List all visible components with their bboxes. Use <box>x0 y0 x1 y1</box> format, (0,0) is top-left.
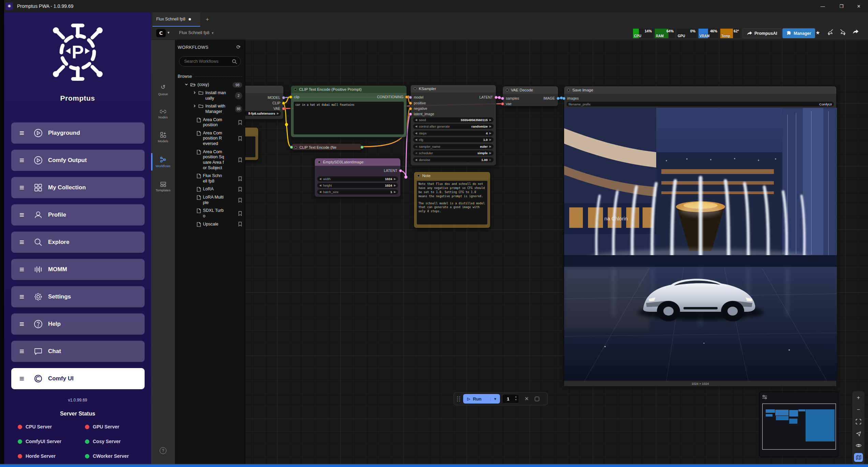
widget-scheduler[interactable]: ◀scheduler simple▶ <box>413 150 494 156</box>
output-latent[interactable]: LATENT <box>384 169 402 173</box>
output-clip[interactable]: CLIP <box>273 101 285 105</box>
run-options-chevron-icon[interactable]: ▼ <box>490 397 497 401</box>
input-model[interactable]: model <box>409 95 424 99</box>
tree-folder-install-manually[interactable]: Install manually 2 <box>190 89 245 102</box>
stop-button[interactable] <box>535 397 539 401</box>
widget-height[interactable]: ◀height 1024▶ <box>317 183 398 188</box>
bookmark-icon[interactable] <box>238 211 242 216</box>
node-clip-negative-collapsed[interactable]: CLIP Text Encode (Ne <box>291 143 363 150</box>
bookmark-icon[interactable] <box>238 120 242 125</box>
sidebar-item-comfy-output[interactable]: ≡ Comfy Output <box>11 150 145 171</box>
input-clip[interactable]: clip <box>289 95 299 99</box>
batch-count-input[interactable]: 1 ▲▼ <box>502 394 519 404</box>
widget-filename-prefix[interactable]: filename_prefix ComfyUI <box>567 102 834 106</box>
node-save-image[interactable]: Save Image images filename_prefix ComfyU… <box>564 86 837 386</box>
input-positive[interactable]: positive <box>409 101 426 105</box>
search-input[interactable] <box>184 59 232 64</box>
rail-item-workflows[interactable]: Workflows <box>151 157 175 168</box>
minimap[interactable] <box>759 392 838 457</box>
workflow-search[interactable] <box>179 56 241 67</box>
vacuum-clean-alt-icon[interactable] <box>840 29 846 36</box>
refresh-icon[interactable]: ⟳ <box>236 44 241 50</box>
input-vae[interactable]: vae <box>501 102 512 106</box>
sidebar-item-comfy-ui[interactable]: ≡ Comfy UI <box>11 368 145 389</box>
tree-folder-cosy[interactable]: (cosy) 98 <box>182 81 245 89</box>
sidebar-item-my-collection[interactable]: ≡ My Collection <box>11 177 145 198</box>
tree-file-flux-schnell-fp8[interactable]: Flux Schnell fp8 <box>194 172 245 185</box>
sidebar-item-chat[interactable]: ≡ Chat <box>11 341 145 362</box>
widget-control-after-generate[interactable]: ◀control after generate randomize▶ <box>413 124 494 129</box>
forward-share-icon[interactable] <box>853 29 858 35</box>
select-mode-button[interactable] <box>854 429 863 438</box>
prompt-textarea[interactable]: car in a hat at dubai mall fountains <box>294 102 404 134</box>
note-text[interactable]: Note that Flux dev and schnell do not ha… <box>417 181 487 224</box>
bookmark-icon[interactable] <box>238 136 242 141</box>
widget-width[interactable]: ◀width 1024▶ <box>317 176 398 181</box>
tree-file-area-composition-reversed[interactable]: Area Composition Reversed <box>194 129 245 148</box>
node-clip-positive[interactable]: CLIP Text Encode (Positive Prompt) clip … <box>291 85 407 137</box>
sidebar-item-explore[interactable]: ≡ Explore <box>11 232 145 253</box>
bookmark-icon[interactable] <box>238 158 242 162</box>
maximize-button[interactable]: ❐ <box>834 0 849 12</box>
fit-view-button[interactable] <box>854 417 863 426</box>
input-latent-image[interactable]: latent_image <box>409 112 434 116</box>
tree-file-lora[interactable]: LoRA <box>194 185 245 193</box>
minimap-settings-icon[interactable] <box>762 395 767 399</box>
bookmark-icon[interactable] <box>238 187 242 192</box>
output-latent[interactable]: LATENT <box>480 95 498 99</box>
output-model[interactable]: MODEL <box>268 96 285 100</box>
tree-folder-install-with-manager[interactable]: Install with Manager 88 <box>190 102 245 116</box>
bookmark-icon[interactable] <box>238 222 242 227</box>
new-tab-button[interactable]: + <box>203 15 212 24</box>
favorites-star-icon[interactable]: ★ <box>815 30 820 36</box>
manager-button[interactable]: Manager <box>782 28 815 38</box>
sidebar-item-playground[interactable]: ≡ Playground <box>11 122 145 144</box>
widget-seed[interactable]: ◀seed 555549563560115▶ <box>413 117 494 122</box>
node-ksampler[interactable]: KSampler model positive negative latent_… <box>410 85 496 166</box>
zoom-in-button[interactable]: + <box>854 393 863 402</box>
tab-flux-schnell-fp8[interactable]: Flux Schnell fp8 <box>152 12 200 27</box>
workflow-title[interactable]: Flux Schnell fp8▼ <box>179 30 214 35</box>
sidebar-item-settings[interactable]: ≡ Settings <box>11 286 145 307</box>
rail-item-templates[interactable]: Templates <box>151 182 175 192</box>
tree-file-sdxl-turbo[interactable]: SDXL Turbo <box>194 207 245 220</box>
tree-file-upscale[interactable]: Upscale <box>194 220 245 229</box>
node-empty-latent[interactable]: EmptySD3LatentImage LATENT ◀width 1024▶ … <box>314 158 401 197</box>
output-image[interactable]: IMAGE <box>543 96 560 100</box>
clear-queue-button[interactable]: ✕ <box>525 396 529 402</box>
input-negative[interactable]: negative <box>409 106 427 111</box>
minimize-button[interactable]: — <box>815 0 830 12</box>
rail-item-queue[interactable]: ↺ Queue <box>151 84 175 96</box>
output-conditioning[interactable]: CONDITIONING <box>377 95 408 99</box>
close-button[interactable]: ✕ <box>851 0 867 12</box>
count-steppers[interactable]: ▲▼ <box>515 395 517 401</box>
sidebar-item-help[interactable]: ≡ Help <box>11 313 145 335</box>
widget-sampler-name[interactable]: ◀sampler_name euler▶ <box>413 144 494 149</box>
output-vae[interactable]: VAE <box>274 106 285 111</box>
node-vae-decode[interactable]: VAE Decode samples vae IMAGE <box>502 86 558 106</box>
widget-batch-size[interactable]: ◀batch_size 1▶ <box>317 189 398 194</box>
widget-denoise[interactable]: ◀denoise 1.00▶ <box>413 157 494 162</box>
bookmark-icon[interactable] <box>238 176 242 181</box>
node-note[interactable]: Note Note that Flux dev and schnell do n… <box>414 172 490 228</box>
sidebar-item-momm[interactable]: ≡ MOMM <box>11 259 145 280</box>
help-button[interactable]: ? <box>151 447 175 454</box>
vacuum-clean-icon[interactable] <box>827 29 834 36</box>
tree-file-area-composition[interactable]: Area Composition <box>194 116 245 129</box>
widget-steps[interactable]: ◀steps 4▶ <box>413 131 494 136</box>
zoom-out-button[interactable]: − <box>854 405 863 414</box>
widget-cfg[interactable]: ◀cfg 1.0▶ <box>413 137 494 142</box>
tree-file-lora-multiple[interactable]: LoRA Multiple <box>194 193 245 207</box>
rail-item-nodes[interactable]: Nodes <box>151 109 175 119</box>
link-visibility-button[interactable] <box>854 441 863 450</box>
run-button[interactable]: ▷ Run ▼ <box>463 394 500 404</box>
input-samples[interactable]: samples <box>501 96 519 100</box>
minimap-toggle-button[interactable] <box>854 453 863 462</box>
minimap-viewport[interactable] <box>762 404 836 450</box>
rail-item-models[interactable]: Models <box>151 132 175 143</box>
sidebar-item-profile[interactable]: ≡ Profile <box>11 204 145 225</box>
tree-file-area-composition-square[interactable]: Area Composition Square Area for Subject <box>194 148 245 172</box>
prompusai-button[interactable]: PrompusAI <box>742 28 782 38</box>
run-control-bar[interactable]: ▷ Run ▼ 1 ▲▼ ✕ <box>454 392 548 405</box>
bookmark-icon[interactable] <box>238 198 242 203</box>
